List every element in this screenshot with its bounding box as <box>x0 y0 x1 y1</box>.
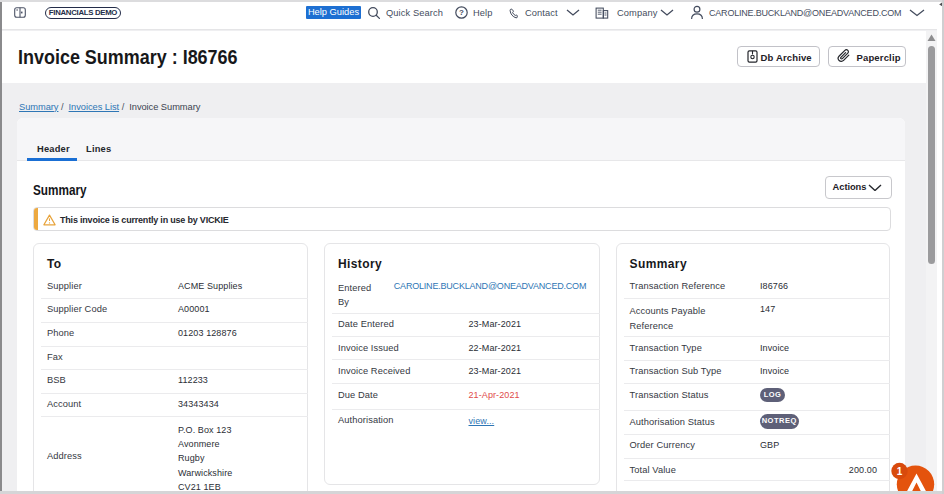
svg-text:1: 1 <box>897 466 903 477</box>
svg-text:?: ? <box>459 8 464 17</box>
